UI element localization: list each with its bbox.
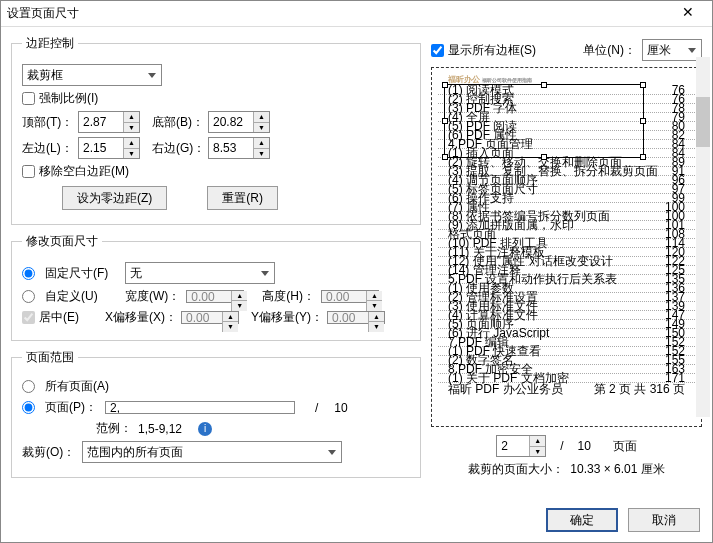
height-label: 高度(H)：	[262, 288, 315, 305]
unit-label: 单位(N)：	[583, 42, 636, 59]
center-checkbox	[22, 311, 35, 324]
pages-total: 10	[334, 401, 347, 415]
zero-margin-button[interactable]: 设为零边距(Z)	[62, 186, 167, 210]
fixed-size-select[interactable]: 无	[125, 262, 275, 284]
unit-select[interactable]: 厘米	[642, 39, 702, 61]
handle-sw[interactable]	[442, 154, 448, 160]
info-icon[interactable]: i	[198, 422, 212, 436]
pages-label: 页面(P)：	[45, 399, 99, 416]
top-label: 顶部(T)：	[22, 114, 72, 131]
resize-legend: 修改页面尺寸	[22, 233, 102, 250]
example-label: 范例：	[96, 420, 132, 437]
close-icon[interactable]: ✕	[670, 4, 706, 24]
xoff-spinner: ▲▼	[222, 312, 238, 332]
page-total: 10	[577, 439, 590, 453]
page-slash: /	[560, 439, 563, 453]
page-number-spinner[interactable]: ▲▼	[529, 436, 545, 456]
left-spinner[interactable]: ▲▼	[123, 138, 139, 158]
custom-size-radio[interactable]	[22, 290, 35, 303]
vertical-scrollbar[interactable]	[696, 57, 710, 417]
pages-radio[interactable]	[22, 401, 35, 414]
crop-box-select[interactable]: 裁剪框	[22, 64, 162, 86]
yoff-spinner: ▲▼	[368, 312, 384, 332]
preview-area[interactable]: 福昕办公 福昕公司软件使用指南 (1) 阅读模式76 (2) 控制搜索76 (3…	[431, 67, 702, 427]
pages-slash: /	[315, 401, 318, 415]
top-spinner[interactable]: ▲▼	[123, 112, 139, 132]
handle-se[interactable]	[640, 154, 646, 160]
handle-nw[interactable]	[442, 82, 448, 88]
remove-white-label: 移除空白边距(M)	[39, 163, 129, 180]
dialog-title: 设置页面尺寸	[7, 5, 670, 22]
show-boxes-checkbox[interactable]	[431, 44, 444, 57]
cancel-button[interactable]: 取消	[628, 508, 700, 532]
example-text: 1,5-9,12	[138, 422, 182, 436]
center-label: 居中(E)	[39, 309, 101, 326]
width-spinner: ▲▼	[231, 291, 247, 311]
handle-w[interactable]	[442, 118, 448, 124]
fixed-size-radio[interactable]	[22, 267, 35, 280]
yoff-label: Y偏移量(Y)：	[251, 309, 323, 326]
resize-group: 修改页面尺寸 固定尺寸(F) 无 自定义(U) 宽度(W)： ▲▼ 高度(H)：…	[11, 233, 421, 341]
all-pages-radio[interactable]	[22, 380, 35, 393]
bottom-label: 底部(B)：	[152, 114, 202, 131]
margin-group: 边距控制 裁剪框 强制比例(I) 顶部(T)： ▲▼ 底部(B)： ▲▼ 左边(…	[11, 35, 421, 225]
handle-ne[interactable]	[640, 82, 646, 88]
custom-size-label: 自定义(U)	[45, 288, 119, 305]
range-legend: 页面范围	[22, 349, 78, 366]
right-spinner[interactable]: ▲▼	[253, 138, 269, 158]
range-group: 页面范围 所有页面(A) 页面(P)： / 10 范例： 1,5-9,12 i …	[11, 349, 421, 478]
fixed-size-label: 固定尺寸(F)	[45, 265, 119, 282]
force-ratio-checkbox[interactable]	[22, 92, 35, 105]
xoff-label: X偏移量(X)：	[105, 309, 177, 326]
titlebar: 设置页面尺寸 ✕	[1, 1, 712, 27]
right-label: 右边(G)：	[152, 140, 202, 157]
reset-button[interactable]: 重置(R)	[207, 186, 278, 210]
crop-size-label: 裁剪的页面大小：	[468, 461, 564, 478]
show-boxes-label: 显示所有边框(S)	[448, 42, 536, 59]
crop-label: 裁剪(O)：	[22, 444, 76, 461]
width-label: 宽度(W)：	[125, 288, 180, 305]
height-spinner: ▲▼	[366, 291, 382, 311]
ok-button[interactable]: 确定	[546, 508, 618, 532]
handle-n[interactable]	[541, 82, 547, 88]
remove-white-checkbox[interactable]	[22, 165, 35, 178]
margin-legend: 边距控制	[22, 35, 78, 52]
all-pages-label: 所有页面(A)	[45, 378, 109, 395]
page-word: 页面	[613, 438, 637, 455]
left-label: 左边(L)：	[22, 140, 72, 157]
crop-rectangle[interactable]	[444, 84, 644, 158]
force-ratio-label: 强制比例(I)	[39, 90, 98, 107]
crop-scope-select[interactable]: 范围内的所有页面	[82, 441, 342, 463]
handle-s[interactable]	[541, 154, 547, 160]
scrollbar-thumb[interactable]	[696, 97, 710, 147]
bottom-spinner[interactable]: ▲▼	[253, 112, 269, 132]
pages-input[interactable]	[105, 401, 295, 414]
handle-e[interactable]	[640, 118, 646, 124]
crop-size-value: 10.33 × 6.01 厘米	[570, 461, 664, 478]
